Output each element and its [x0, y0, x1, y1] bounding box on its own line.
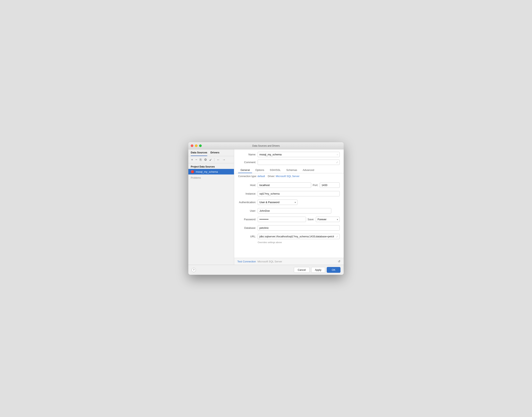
tab-options[interactable]: Options	[253, 167, 266, 173]
save-label: Save:	[308, 218, 314, 221]
sidebar: Data Sources Drivers + − ⎘ ⚙ ↙ ← → Proje…	[188, 149, 234, 265]
bottom-right-actions: ↺	[338, 260, 340, 263]
driver-label: Driver:	[268, 175, 275, 178]
database-label: Database:	[238, 226, 256, 229]
authentication-select[interactable]: User & Password Windows credentials No a…	[258, 199, 298, 205]
tab-advanced[interactable]: Advanced	[300, 167, 317, 173]
database-row: Database:	[234, 224, 344, 232]
authentication-row: Authentication: User & Password Windows …	[234, 198, 344, 207]
user-row: User:	[234, 207, 344, 215]
traffic-lights	[191, 145, 202, 147]
save-select-wrapper: Forever Until restart Never ▾	[316, 217, 340, 222]
connection-type-label: Connection type:	[238, 175, 257, 178]
url-input[interactable]	[258, 234, 340, 239]
ok-button[interactable]: OK	[327, 267, 340, 273]
password-row: Password: Save: Forever Until restart Ne…	[234, 215, 344, 224]
comment-label: Comment:	[238, 161, 256, 164]
database-input[interactable]	[258, 225, 340, 230]
host-label: Host:	[238, 184, 256, 187]
main-window: Data Sources and Drivers Data Sources Dr…	[188, 142, 344, 275]
bottom-bar: Test Connection Microsoft SQL Server ↺	[234, 258, 344, 265]
tab-data-sources[interactable]: Data Sources	[191, 151, 207, 156]
tabs-bar: General Options SSH/SSL Schemas Advanced	[234, 167, 344, 173]
main-content: Data Sources Drivers + − ⎘ ⚙ ↙ ← → Proje…	[188, 149, 344, 265]
user-input[interactable]	[258, 208, 331, 213]
name-row: Name: ○	[234, 149, 344, 159]
url-expand-icon[interactable]: ⤢	[336, 235, 338, 238]
expand-icon[interactable]: ⤢	[336, 161, 338, 164]
user-label: User:	[238, 209, 256, 212]
cancel-button[interactable]: Cancel	[294, 267, 309, 273]
refresh-icon[interactable]: ↺	[338, 260, 340, 263]
url-label: URL:	[238, 235, 256, 238]
settings-button[interactable]: ⚙	[203, 157, 208, 162]
comment-row: Comment: ⤢	[234, 159, 344, 167]
maximize-button[interactable]	[199, 145, 202, 147]
host-port-row: Host: Port:	[234, 181, 344, 189]
import-button[interactable]: ↙	[208, 157, 213, 162]
problems-section: Problems	[188, 175, 234, 181]
url-input-wrapper: ⤢	[258, 234, 340, 239]
minimize-button[interactable]	[195, 145, 198, 147]
section-label: Project Data Sources	[188, 163, 234, 169]
test-connection-button[interactable]: Test Connection	[237, 260, 256, 263]
right-panel: Name: ○ Comment: ⤢ General Options SSH/S…	[234, 149, 344, 265]
instance-input[interactable]	[258, 191, 340, 196]
tab-drivers[interactable]: Drivers	[211, 151, 219, 156]
name-label: Name:	[238, 153, 256, 156]
copy-button[interactable]: ⎘	[199, 157, 202, 162]
password-input[interactable]	[258, 217, 306, 222]
separator	[214, 158, 214, 161]
instance-label: Instance:	[238, 192, 256, 195]
sidebar-item-mssql[interactable]: 🔴 mssql_my_schema	[188, 169, 234, 175]
remove-button[interactable]: −	[194, 157, 198, 162]
form-area: Host: Port: Instance: Authentication: Us…	[234, 179, 344, 258]
host-input[interactable]	[258, 182, 311, 188]
authentication-label: Authentication:	[238, 201, 256, 204]
instance-row: Instance:	[234, 189, 344, 198]
apply-button[interactable]: Apply	[311, 267, 325, 273]
forward-button[interactable]: →	[222, 157, 226, 162]
db-icon: 🔴	[191, 170, 194, 173]
comment-input[interactable]	[258, 160, 340, 165]
url-row: URL: ⤢	[234, 232, 344, 241]
url-subtext: Overrides settings above	[234, 241, 344, 244]
tab-ssh-ssl[interactable]: SSH/SSL	[267, 167, 283, 173]
connection-info: Connection type: default Driver: Microso…	[234, 173, 344, 179]
comment-input-wrapper: ⤢	[258, 160, 340, 165]
connection-type-link[interactable]: default	[257, 175, 265, 178]
window-title: Data Sources and Drivers	[252, 145, 279, 147]
footer: ? Cancel Apply OK	[188, 265, 344, 275]
name-input-wrapper: ○	[258, 152, 340, 157]
tab-schemas[interactable]: Schemas	[284, 167, 299, 173]
driver-link[interactable]: Microsoft SQL Server	[276, 175, 299, 178]
footer-actions: Cancel Apply OK	[294, 267, 340, 273]
back-button[interactable]: ←	[216, 157, 221, 162]
authentication-select-wrapper: User & Password Windows credentials No a…	[258, 199, 298, 205]
driver-name-label: Microsoft SQL Server	[257, 260, 282, 263]
name-input[interactable]	[258, 152, 340, 157]
add-button[interactable]: +	[190, 157, 194, 162]
sidebar-tabs: Data Sources Drivers	[188, 149, 234, 156]
help-button[interactable]: ?	[192, 268, 196, 272]
title-bar: Data Sources and Drivers	[188, 142, 344, 149]
sidebar-toolbar: + − ⎘ ⚙ ↙ ← →	[188, 156, 234, 163]
loading-icon: ○	[337, 153, 338, 156]
sidebar-item-label: mssql_my_schema	[196, 170, 218, 173]
port-input[interactable]	[320, 182, 340, 188]
save-select[interactable]: Forever Until restart Never	[316, 217, 340, 222]
password-label: Password:	[238, 218, 256, 221]
port-label: Port:	[313, 184, 318, 187]
tab-general[interactable]: General	[238, 167, 252, 173]
close-button[interactable]	[191, 145, 193, 147]
